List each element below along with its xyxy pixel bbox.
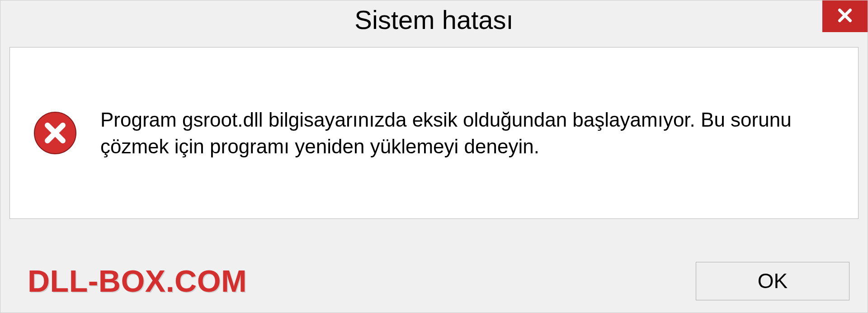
- error-icon: [33, 110, 78, 156]
- close-icon: [836, 6, 854, 26]
- title-bar: Sistem hatası: [0, 0, 868, 39]
- close-button[interactable]: [822, 0, 868, 32]
- watermark-text: DLL-BOX.COM: [28, 263, 247, 299]
- message-panel: Program gsroot.dll bilgisayarınızda eksi…: [9, 47, 859, 219]
- footer-bar: DLL-BOX.COM OK: [0, 256, 868, 306]
- ok-button[interactable]: OK: [696, 262, 849, 300]
- error-message: Program gsroot.dll bilgisayarınızda eksi…: [100, 106, 835, 160]
- ok-button-label: OK: [758, 269, 788, 293]
- dialog-title: Sistem hatası: [354, 5, 513, 35]
